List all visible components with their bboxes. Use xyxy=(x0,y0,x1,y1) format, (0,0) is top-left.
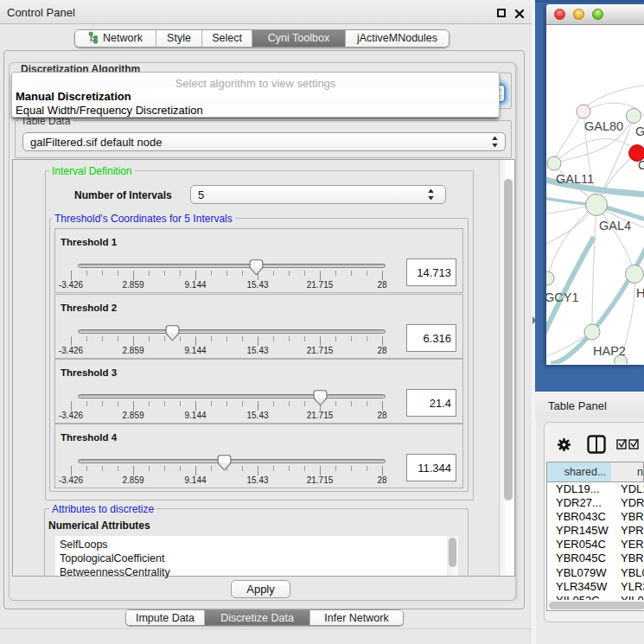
svg-text:GCY1: GCY1 xyxy=(546,290,579,304)
svg-text:HAP2: HAP2 xyxy=(593,344,626,358)
svg-text:H: H xyxy=(636,286,644,300)
svg-text:CR: CR xyxy=(638,158,644,172)
svg-text:GAL11: GAL11 xyxy=(556,172,594,186)
svg-text:GA: GA xyxy=(635,124,644,138)
svg-text:GAL4: GAL4 xyxy=(599,219,631,233)
svg-text:GAL80: GAL80 xyxy=(584,119,623,133)
